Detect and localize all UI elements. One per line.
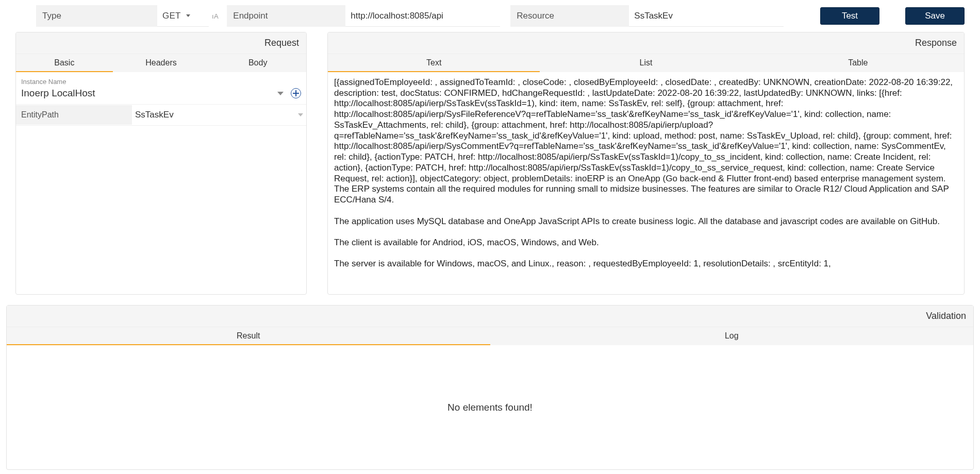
entity-path-select[interactable]: SsTaskEv — [132, 105, 306, 125]
response-text[interactable]: [{assignedToEmployeeId: , assignedToTeam… — [328, 72, 964, 294]
chevron-down-icon — [298, 113, 303, 116]
tab-list[interactable]: List — [540, 54, 752, 72]
add-icon[interactable] — [291, 88, 301, 98]
method-select[interactable]: GET — [157, 5, 209, 27]
resource-field-group: Resource SsTaskEv — [510, 5, 784, 27]
entity-path-label: EntityPath — [16, 105, 132, 125]
instance-name-row: Instance Name Inoerp LocalHost — [16, 75, 306, 105]
entity-path-value: SsTaskEv — [135, 110, 294, 120]
instance-name-select[interactable]: Inoerp LocalHost — [16, 86, 306, 104]
tab-table[interactable]: Table — [752, 54, 964, 72]
request-header: Request — [16, 32, 306, 54]
validation-header: Validation — [7, 306, 973, 327]
validation-tabs: Result Log — [7, 327, 973, 345]
request-tabs: Basic Headers Body — [16, 54, 306, 72]
response-tabs: Text List Table — [328, 54, 964, 72]
resource-input[interactable]: SsTaskEv — [629, 5, 784, 27]
type-label: Type — [36, 5, 157, 27]
top-bar: Type GET ıA Endpoint http://localhost:80… — [0, 0, 980, 32]
validation-panel: Validation Result Log No elements found! — [6, 305, 974, 470]
request-panel: Request Basic Headers Body Instance Name… — [15, 32, 307, 295]
validation-empty: No elements found! — [7, 345, 973, 469]
instance-name-label: Instance Name — [16, 75, 306, 86]
instance-name-value: Inoerp LocalHost — [21, 88, 277, 99]
tab-log[interactable]: Log — [490, 327, 974, 345]
response-header: Response — [328, 32, 964, 54]
panels-row: Request Basic Headers Body Instance Name… — [0, 32, 980, 295]
format-icon[interactable]: ıA — [209, 12, 222, 20]
chevron-down-icon — [186, 14, 190, 17]
chevron-down-icon — [277, 92, 284, 95]
endpoint-input[interactable]: http://localhost:8085/api — [345, 5, 500, 27]
endpoint-label: Endpoint — [227, 5, 345, 27]
type-field-group: Type GET ıA — [36, 5, 222, 27]
method-value: GET — [162, 11, 181, 21]
tab-body[interactable]: Body — [209, 54, 306, 72]
endpoint-field-group: Endpoint http://localhost:8085/api — [227, 5, 500, 27]
request-body: Instance Name Inoerp LocalHost EntityPat… — [16, 72, 306, 294]
tab-result[interactable]: Result — [7, 327, 490, 345]
save-button[interactable]: Save — [905, 7, 965, 25]
response-panel: Response Text List Table [{assignedToEmp… — [327, 32, 965, 295]
tab-basic[interactable]: Basic — [16, 54, 113, 72]
tab-headers[interactable]: Headers — [113, 54, 210, 72]
entity-path-row: EntityPath SsTaskEv — [16, 105, 306, 126]
tab-text[interactable]: Text — [328, 54, 540, 72]
resource-label: Resource — [510, 5, 629, 27]
test-button[interactable]: Test — [820, 7, 879, 25]
